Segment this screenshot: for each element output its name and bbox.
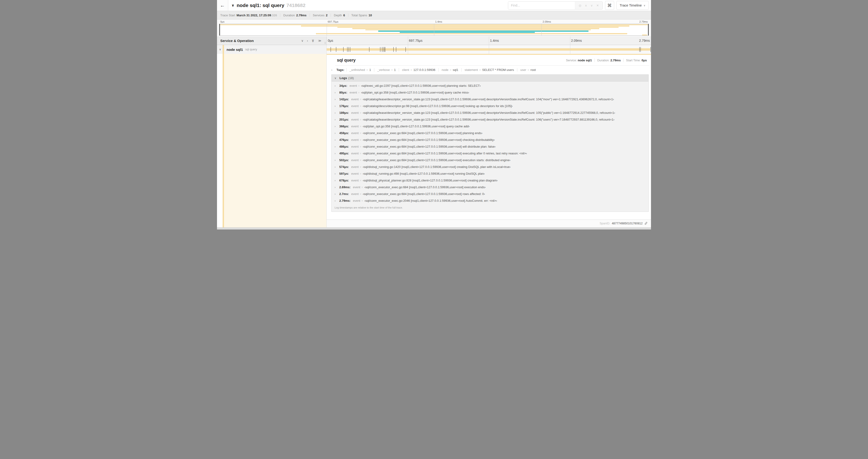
minimap-drag-handle-right[interactable] (648, 24, 649, 35)
summary-item-value: 2.79ms (296, 13, 306, 17)
span-expand-chevron-icon[interactable]: ∨ (219, 48, 221, 51)
tag-key: node (442, 68, 448, 72)
chevron-right-icon: › (335, 132, 339, 135)
minimap-span-bar (642, 35, 647, 35)
log-row[interactable]: ›142μs:event=‹sql/catalog/lease/descript… (332, 96, 648, 103)
log-row[interactable]: ›502μs:event=‹sql/conn_executor_exec.go:… (332, 157, 648, 163)
log-timestamp: 2.7ms: (339, 192, 349, 196)
summary-item-label: Total Spans (351, 13, 367, 17)
span-tree-column (217, 54, 327, 227)
log-field-key: event (353, 199, 360, 202)
log-field-value: ‹sql/catalog/lease/descriptor_version_st… (363, 97, 614, 101)
span-detail-footer: SpanID: 4877749850101760812 (327, 220, 651, 227)
span-depth-shading (224, 54, 327, 227)
log-row[interactable]: ›366μs:event=‹sql/plan_opt.go:358 [nsql1… (332, 123, 648, 130)
tag-item[interactable]: _verbose=1 (374, 68, 399, 72)
tag-key: statement (465, 68, 478, 72)
minimap-tick-label: 1.4ms (435, 20, 442, 23)
log-row[interactable]: ›486μs:event=‹sql/conn_executor_exec.go:… (332, 143, 648, 150)
log-row[interactable]: ›34μs:event=‹sql/exec_util.go:2297 [nsql… (332, 82, 648, 89)
locate-match-icon[interactable]: ◎ (579, 4, 581, 7)
back-button[interactable]: ← (217, 0, 228, 11)
span-bar-track[interactable] (327, 45, 651, 54)
log-field-key: event (349, 91, 357, 94)
gridline (327, 24, 327, 35)
span-name-cell[interactable]: ∨ node sql1 sql query (217, 45, 327, 54)
log-row[interactable]: ›597μs:event=‹sql/distsql_running.go:498… (332, 170, 648, 177)
chevron-right-icon: › (335, 159, 339, 162)
next-match-icon[interactable]: ∨ (591, 4, 593, 7)
equals-sign: = (360, 166, 361, 168)
logs-label: Logs (340, 76, 347, 80)
deep-link-icon[interactable] (644, 222, 648, 225)
span-detail-title: sql query (337, 58, 355, 63)
column-resize-grip[interactable]: ∥ (324, 41, 326, 44)
gridline (434, 24, 434, 35)
chevron-right-icon: › (335, 145, 339, 148)
log-rows: ›34μs:event=‹sql/exec_util.go:2297 [nsql… (332, 81, 648, 204)
equals-sign: = (479, 69, 480, 71)
log-row[interactable]: ›476μs:event=‹sql/conn_executor_exec.go:… (332, 136, 648, 143)
tag-item[interactable]: statement=SELECT * FROM users (461, 68, 517, 72)
tag-item[interactable]: user=root (517, 68, 539, 72)
prev-match-icon[interactable]: ∧ (585, 4, 587, 7)
gridline (408, 45, 408, 54)
log-row[interactable]: ›201μs:event=‹sql/catalog/lease/descript… (332, 116, 648, 123)
tag-item[interactable]: _unfinished=1 (346, 68, 374, 72)
log-timestamp: 574μs: (339, 165, 349, 169)
chevron-right-icon: › (335, 138, 339, 141)
equals-sign: = (450, 69, 451, 71)
minimap-tick-label: 697.75μs (328, 20, 338, 23)
equals-sign: = (360, 105, 361, 107)
log-row[interactable]: ›189μs:event=‹sql/catalog/lease/descript… (332, 109, 648, 116)
log-row[interactable]: ›459μs:event=‹sql/conn_executor_exec.go:… (332, 130, 648, 136)
collapse-one-icon[interactable]: › (307, 39, 308, 42)
tag-item[interactable]: node=sql1 (438, 68, 461, 72)
span-overview-item: Duration: 2.79ms (594, 59, 623, 62)
summary-item-label: Trace Start (220, 13, 235, 17)
log-timestamp: 189μs: (339, 111, 349, 114)
log-row[interactable]: ›495μs:event=‹sql/conn_executor_exec.go:… (332, 150, 648, 157)
log-timestamp: 201μs: (339, 118, 349, 121)
span-operation-name: sql query (245, 48, 257, 51)
minimap-drag-handle-left[interactable] (219, 24, 220, 35)
log-row[interactable]: ›574μs:event=‹sql/distsql_running.go:142… (332, 163, 648, 170)
log-timestamp: 495μs: (339, 152, 349, 155)
equals-sign: = (360, 159, 361, 162)
log-field-value: ‹sql/conn_executor_exec.go:684 [nsql1,cl… (363, 152, 527, 155)
log-row[interactable]: ›80μs:event=‹sql/plan_opt.go:358 [nsql1,… (332, 89, 648, 96)
collapse-all-icon[interactable]: ≫ (318, 39, 321, 42)
horizontal-scrollbar[interactable] (217, 227, 651, 230)
summary-item: Total Spans10 (348, 13, 375, 17)
logs-accordion-header[interactable]: ∨ Logs (18) (332, 75, 648, 81)
log-row[interactable]: ›2.69ms:event=‹sql/conn_executor_exec.go… (332, 184, 648, 191)
equals-sign: = (358, 85, 360, 87)
tags-accordion[interactable]: › Tags: _unfinished=1_verbose=1client=12… (327, 66, 651, 74)
log-row[interactable]: ›2.7ms:event=‹sql/conn_executor_exec.go:… (332, 191, 648, 197)
ruler-tick-label: 2.09ms (571, 39, 582, 42)
log-field-key: event (351, 131, 359, 135)
tag-item[interactable]: client=127.0.0.1:59936 (399, 68, 438, 72)
find-input[interactable] (508, 2, 575, 9)
summary-item-label: Depth (334, 13, 342, 17)
minimap-canvas[interactable] (219, 24, 649, 36)
log-field-key: event (351, 158, 359, 162)
clear-find-icon[interactable]: ✕ (596, 4, 599, 7)
span-duration-bar[interactable] (327, 48, 650, 51)
trace-id: 7418682 (286, 3, 305, 8)
log-row[interactable]: ›678μs:event=‹sql/distsql_physical_plann… (332, 177, 648, 184)
logs-section: ∨ Logs (18) ›34μs:event=‹sql/exec_util.g… (331, 74, 649, 212)
chevron-right-icon: › (335, 152, 339, 155)
chevron-down-icon: ∨ (334, 76, 340, 80)
trace-collapse-chevron-icon[interactable]: ∨ (231, 3, 234, 7)
log-field-value: ‹sql/conn_executor_exec.go:2046 [nsql1,c… (365, 199, 497, 202)
log-field-key: event (351, 165, 359, 169)
expand-all-icon[interactable]: ≫ (311, 39, 315, 42)
log-row[interactable]: ›2.79ms:event=‹sql/conn_executor_exec.go… (332, 197, 648, 204)
expand-one-icon[interactable]: ∨ (301, 39, 304, 42)
log-row[interactable]: ›176μs:event=‹sql/catalog/descs/descript… (332, 103, 648, 109)
log-timestamp: 366μs: (339, 125, 349, 128)
keyboard-shortcuts-button[interactable]: ⌘ (605, 1, 614, 10)
span-overview: Service: node sql1Duration: 2.79msStart … (563, 59, 648, 62)
view-selector-button[interactable]: Trace Timeline ∨ (617, 1, 649, 10)
